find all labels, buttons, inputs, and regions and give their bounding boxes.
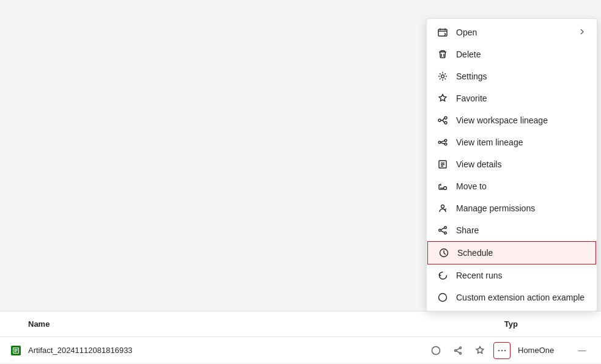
row-dash: — <box>573 346 591 355</box>
share-action-icon[interactable] <box>449 342 466 359</box>
svg-point-13 <box>439 229 441 231</box>
menu-item-workspace-lineage[interactable]: View workspace lineage <box>427 109 597 131</box>
open-icon <box>437 26 449 38</box>
delete-icon <box>437 48 449 60</box>
svg-point-21 <box>432 346 440 354</box>
workspace: Open Delete Sett <box>0 0 601 364</box>
svg-point-12 <box>444 232 447 235</box>
svg-point-27 <box>504 349 506 351</box>
menu-item-schedule-label: Schedule <box>457 248 586 258</box>
share-icon <box>437 224 449 236</box>
menu-item-favorite[interactable]: Favorite <box>427 87 597 109</box>
settings-icon <box>437 70 449 82</box>
menu-item-share-label: Share <box>456 225 587 235</box>
menu-item-delete-label: Delete <box>456 49 587 59</box>
manage-permissions-icon <box>437 202 449 214</box>
svg-point-15 <box>439 294 447 302</box>
menu-item-open[interactable]: Open <box>427 21 597 43</box>
menu-item-settings-label: Settings <box>456 71 587 81</box>
menu-item-move-to[interactable]: Move to <box>427 175 597 197</box>
menu-item-recent-runs[interactable]: Recent runs <box>427 264 597 286</box>
row-artifact-name: Artifact_20241112081816933 <box>28 346 427 355</box>
svg-point-4 <box>444 122 447 124</box>
table-row: Artifact_20241112081816933 <box>0 337 601 364</box>
table-header: Name Typ <box>0 311 601 337</box>
svg-point-11 <box>444 227 447 229</box>
svg-rect-0 <box>438 29 447 36</box>
menu-item-recent-runs-label: Recent runs <box>456 271 587 280</box>
svg-point-5 <box>438 141 441 144</box>
row-type: HomeOne <box>518 346 573 355</box>
menu-item-view-details[interactable]: View details <box>427 153 597 175</box>
menu-item-item-lineage-label: View item lineage <box>456 137 587 147</box>
svg-point-22 <box>460 347 462 349</box>
row-icon <box>10 344 22 357</box>
workspace-lineage-icon <box>437 114 449 126</box>
svg-point-7 <box>444 143 447 145</box>
view-details-icon <box>437 158 449 170</box>
recent-runs-icon <box>437 269 449 282</box>
context-menu: Open Delete Sett <box>426 18 597 311</box>
svg-point-1 <box>441 75 444 78</box>
favorite-action-icon[interactable] <box>471 342 489 359</box>
menu-item-manage-permissions[interactable]: Manage permissions <box>427 197 597 219</box>
menu-item-custom-extension-label: Custom extension action example <box>456 293 587 302</box>
favorite-icon <box>437 92 449 104</box>
svg-point-9 <box>444 187 447 190</box>
menu-item-open-label: Open <box>456 27 577 37</box>
menu-item-custom-extension[interactable]: Custom extension action example <box>427 286 597 308</box>
svg-point-23 <box>460 352 462 354</box>
item-lineage-icon <box>437 136 449 148</box>
open-submenu-arrow <box>577 27 587 38</box>
table-area: Name Typ Artifact_20241112081816933 <box>0 311 601 364</box>
menu-item-favorite-label: Favorite <box>456 93 587 103</box>
svg-point-25 <box>498 349 500 351</box>
menu-item-schedule[interactable]: Schedule <box>427 241 596 264</box>
menu-item-item-lineage[interactable]: View item lineage <box>427 131 597 153</box>
move-to-icon <box>437 180 449 192</box>
schedule-icon <box>438 247 450 259</box>
column-header-name: Name <box>28 319 150 329</box>
menu-item-view-details-label: View details <box>456 159 587 169</box>
menu-item-delete[interactable]: Delete <box>427 43 597 65</box>
menu-item-move-to-label: Move to <box>456 181 587 191</box>
custom-extension-icon <box>437 291 449 304</box>
svg-point-6 <box>444 139 447 142</box>
svg-point-24 <box>455 349 457 351</box>
circle-action-icon[interactable] <box>427 342 444 359</box>
menu-item-share[interactable]: Share <box>427 219 597 241</box>
row-actions <box>427 342 511 359</box>
more-options-button[interactable] <box>493 342 511 359</box>
menu-item-settings[interactable]: Settings <box>427 65 597 87</box>
svg-point-10 <box>441 205 444 208</box>
column-header-type: Typ <box>504 319 518 329</box>
svg-point-26 <box>501 349 503 351</box>
svg-point-3 <box>444 117 447 119</box>
svg-point-2 <box>438 119 441 122</box>
menu-item-manage-permissions-label: Manage permissions <box>456 203 587 213</box>
menu-item-workspace-lineage-label: View workspace lineage <box>456 115 587 125</box>
